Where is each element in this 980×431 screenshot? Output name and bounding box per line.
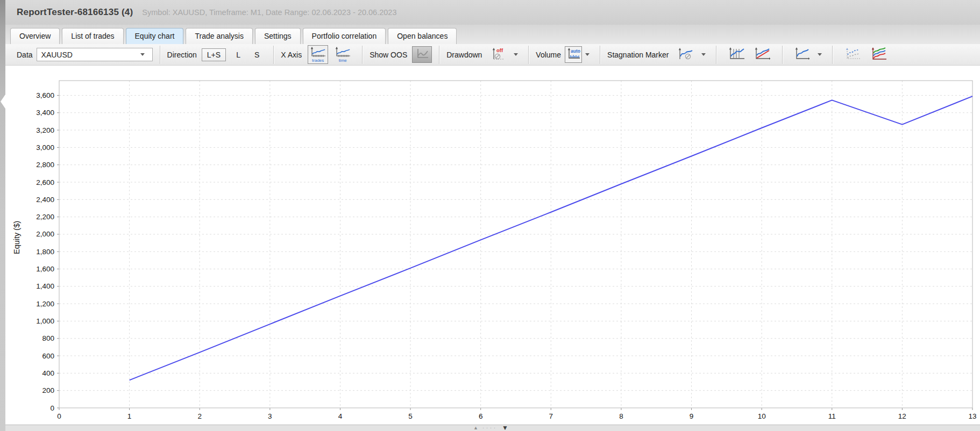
x-axis-trades-button[interactable]: trades (308, 45, 328, 64)
drawdown-label: Drawdown (446, 51, 482, 59)
svg-text:7: 7 (549, 412, 553, 420)
oos-chart-icon (416, 48, 429, 61)
tab-bar: Overview List of trades Equity chart Tra… (5, 25, 980, 44)
svg-text:600: 600 (42, 352, 54, 360)
chart-style-group-1 (716, 44, 782, 65)
svg-text:0: 0 (57, 412, 61, 420)
left-panel-strip (0, 0, 5, 431)
svg-text:3,000: 3,000 (36, 143, 54, 152)
svg-text:1: 1 (127, 412, 132, 420)
line-chart-dropdown-arrow-icon[interactable] (818, 53, 822, 56)
svg-text:3,400: 3,400 (36, 109, 54, 117)
svg-text:1,000: 1,000 (36, 317, 54, 325)
data-label: Data (17, 51, 33, 59)
report-tester-window: ReportTester-68166135 (4) Symbol: XAUUSD… (0, 0, 980, 431)
svg-text:1,800: 1,800 (36, 248, 54, 256)
stagnation-marker-group: Stagnation Marker (600, 44, 716, 65)
dropdown-arrow-icon (140, 53, 145, 56)
volume-auto-icon: auto (566, 47, 580, 62)
svg-text:400: 400 (42, 369, 54, 377)
drawdown-off-button[interactable]: off (488, 45, 508, 64)
svg-text:2,800: 2,800 (36, 161, 54, 169)
x-axis-time-button[interactable]: time (332, 45, 353, 64)
svg-text:off: off (496, 47, 503, 53)
direction-long-short-button[interactable]: L+S (202, 48, 226, 61)
drawdown-dropdown-arrow-icon[interactable] (514, 53, 518, 56)
svg-text:2,200: 2,200 (36, 213, 54, 221)
stagnation-dropdown-arrow-icon[interactable] (701, 53, 706, 56)
line-chart-style-button[interactable] (792, 45, 812, 64)
direction-group: Direction L+S L S (160, 44, 274, 65)
show-oos-label: Show OOS (370, 51, 407, 59)
multi-series-chart-icon (870, 47, 887, 62)
faded-series-chart-icon (844, 47, 861, 62)
drawdown-group: Drawdown off (439, 44, 528, 65)
tab-overview[interactable]: Overview (10, 28, 60, 44)
svg-text:1,600: 1,600 (36, 265, 54, 273)
svg-text:8: 8 (619, 412, 623, 420)
data-group: Data XAUUSD (5, 44, 160, 65)
pager-down-icon[interactable]: ▼ (502, 425, 508, 431)
x-axis-group: X Axis (274, 44, 362, 65)
equity-trade-lines-chart-icon (728, 47, 745, 62)
tab-open-balances[interactable]: Open balances (388, 28, 457, 44)
svg-text:11: 11 (828, 412, 836, 420)
svg-text:2,400: 2,400 (36, 196, 54, 204)
bottom-panel-strip: ▲ ···· ▼ (5, 425, 980, 431)
volume-auto-button[interactable]: auto (565, 46, 582, 63)
svg-text:800: 800 (42, 334, 54, 342)
show-oos-button[interactable] (412, 46, 432, 63)
stagnation-marker-label: Stagnation Marker (607, 51, 669, 59)
pager-dots-icon: ···· (482, 425, 498, 430)
svg-text:0: 0 (50, 404, 54, 412)
stagnation-marker-button[interactable] (674, 46, 696, 63)
data-select-value: XAUUSD (41, 51, 73, 59)
tab-equity-chart[interactable]: Equity chart (126, 28, 184, 44)
equity-chart-panel: 02004006008001,0001,2001,4001,6001,8002,… (5, 66, 980, 425)
tab-list-of-trades[interactable]: List of trades (62, 28, 123, 44)
main-area: ReportTester-68166135 (4) Symbol: XAUUSD… (5, 0, 980, 431)
svg-text:auto: auto (571, 48, 580, 54)
equity-chart: 02004006008001,0001,2001,4001,6001,8002,… (5, 66, 980, 425)
equity-trend-chart-icon (754, 47, 771, 62)
svg-text:5: 5 (408, 412, 413, 420)
show-oos-group: Show OOS (363, 44, 439, 65)
equity-with-trade-lines-button[interactable] (726, 45, 747, 64)
faded-series-button[interactable] (842, 45, 863, 64)
bottom-pager[interactable]: ▲ ···· ▼ (473, 425, 508, 431)
svg-text:200: 200 (42, 386, 54, 394)
svg-text:1,400: 1,400 (36, 282, 54, 290)
volume-label: Volume (536, 51, 561, 59)
tab-trade-analysis[interactable]: Trade analysis (186, 28, 253, 44)
svg-text:3,600: 3,600 (36, 91, 54, 99)
title-bar: ReportTester-68166135 (4) Symbol: XAUUSD… (5, 0, 980, 25)
stagnation-marker-icon (677, 47, 694, 62)
equity-with-trend-button[interactable] (751, 45, 773, 64)
x-axis-time-caption: time (339, 59, 347, 62)
direction-short-button[interactable]: S (250, 49, 264, 61)
pager-up-icon[interactable]: ▲ (473, 425, 478, 430)
direction-label: Direction (167, 51, 197, 59)
svg-text:2: 2 (197, 412, 202, 420)
svg-text:2,600: 2,600 (36, 178, 54, 186)
chart-style-group-2 (783, 44, 832, 65)
x-axis-label: X Axis (281, 51, 302, 59)
svg-text:12: 12 (898, 412, 906, 420)
drawdown-off-icon: off (490, 47, 506, 62)
line-chart-icon (794, 47, 810, 62)
svg-text:1,200: 1,200 (36, 300, 54, 308)
tab-portfolio-correlation[interactable]: Portfolio correlation (303, 28, 386, 44)
svg-text:9: 9 (690, 412, 694, 420)
page-title: ReportTester-68166135 (4) (17, 7, 133, 18)
svg-text:3: 3 (268, 412, 272, 420)
volume-group: Volume auto (529, 44, 600, 65)
data-select[interactable]: XAUUSD (37, 48, 153, 61)
chart-style-group-3 (833, 44, 898, 65)
svg-text:3,200: 3,200 (36, 126, 54, 134)
multi-series-button[interactable] (868, 45, 889, 64)
svg-text:13: 13 (968, 412, 976, 420)
chart-toolbar: Data XAUUSD Direction L+S L S X Axis (5, 44, 980, 66)
tab-settings[interactable]: Settings (255, 28, 301, 44)
volume-dropdown-arrow-icon[interactable] (585, 53, 590, 56)
direction-long-button[interactable]: L (231, 49, 245, 61)
